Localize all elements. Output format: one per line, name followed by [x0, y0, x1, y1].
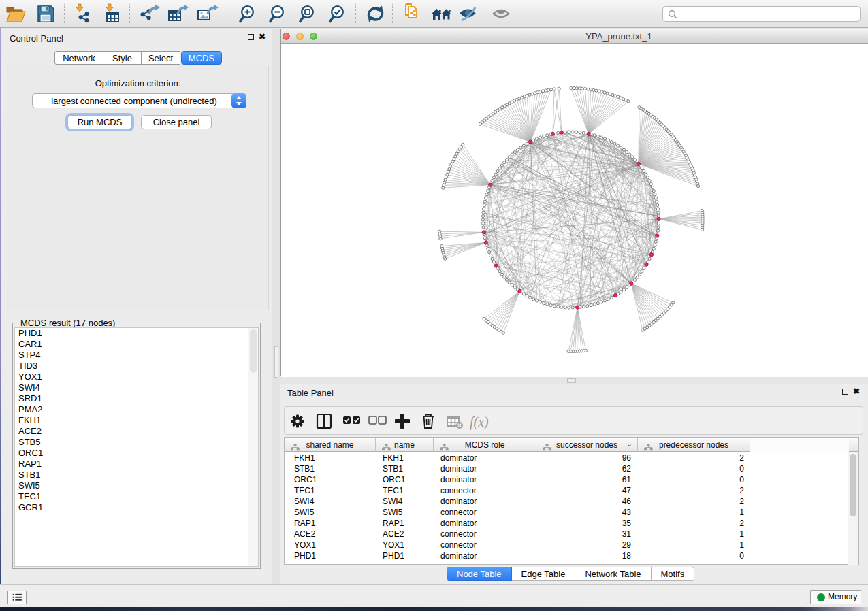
svg-text:f(x): f(x) [470, 414, 489, 430]
